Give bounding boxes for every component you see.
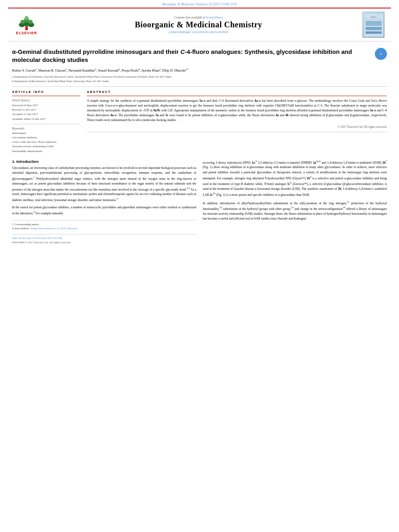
affiliations: a Department of Chemistry, Garware Resea… — [12, 75, 387, 83]
title-text-part1: α-Geminal disubstituted pyrrolidine imin… — [12, 48, 352, 63]
journal-title: Bioorganic & Medicinal Chemistry — [39, 20, 358, 29]
keywords-heading: Keywords: — [12, 127, 80, 130]
article-title: α-Geminal disubstituted pyrrolidine imin… — [12, 48, 371, 64]
affiliation-a: a Department of Chemistry, Garware Resea… — [12, 75, 387, 79]
svg-text:B&MC: B&MC — [370, 16, 377, 18]
article-title-section: α-Geminal disubstituted pyrrolidine imin… — [12, 48, 387, 64]
abstract-block: A simple strategy for the synthesis of α… — [87, 96, 387, 132]
crossmark-icon: ✓ — [380, 52, 383, 56]
keyword-3: Corey–Link and Jocic–Reeve approach — [12, 140, 80, 144]
elsevier-tree-icon — [14, 15, 39, 31]
email-footnote: E-mail address: ddd@chem.unipune.ac.in (… — [12, 226, 196, 231]
keywords-block: Keywords: Iminosugars Glycosidase inhibi… — [12, 127, 80, 154]
article-area: α-Geminal disubstituted pyrrolidine imin… — [0, 41, 399, 248]
abstract-column: ABSTRACT A simple strategy for the synth… — [87, 90, 387, 154]
right-paragraph-2: In addition, introduction of alkyl/hydro… — [203, 200, 387, 222]
bottom-copyright: 0968-0896/© 2017 Elsevier Ltd. All right… — [12, 241, 196, 244]
sciencedirect-line: Contents lists available at ScienceDirec… — [39, 16, 358, 19]
keyword-5: Nucleophilic displacement — [12, 149, 80, 154]
article-info-heading: ARTICLE INFO — [12, 90, 80, 94]
affiliation-b: b Department of Biochemistry, Savitribai… — [12, 79, 387, 84]
abstract-heading: ABSTRACT — [87, 90, 387, 94]
top-journal-line: Bioorganic & Medicinal Chemistry 25 (201… — [0, 0, 399, 8]
svg-point-7 — [25, 16, 29, 20]
elsevier-logo-area: ELSEVIER — [14, 15, 39, 35]
journal-center-info: Contents lists available at ScienceDirec… — [39, 16, 358, 34]
received-date: Received 24 May 2017 — [12, 103, 80, 108]
sciencedirect-link[interactable]: ScienceDirect — [206, 16, 223, 19]
article-info-column: ARTICLE INFO Article history: Received 2… — [12, 90, 80, 154]
info-abstract-columns: ARTICLE INFO Article history: Received 2… — [12, 90, 387, 154]
svg-point-5 — [21, 20, 25, 24]
journal-header: ELSEVIER Contents lists available at Sci… — [8, 8, 391, 41]
doi-link[interactable]: http://dx.doi.org/10.1016/j.bmc.2017.07.… — [12, 236, 196, 240]
page-wrapper: Bioorganic & Medicinal Chemistry 25 (201… — [0, 0, 399, 532]
keyword-1: Iminosugars — [12, 131, 80, 136]
journal-cover-image: B&MC — [364, 13, 384, 37]
authors-line: Kishor S. Gavalea, Shrawan R. Chavana, N… — [12, 68, 387, 73]
intro-paragraph-1: Glycosidases, an interesting class of ca… — [12, 166, 196, 203]
svg-point-6 — [28, 20, 33, 24]
available-date: Available online 14 July 2017 — [12, 117, 80, 121]
abstract-text: A simple strategy for the synthesis of α… — [87, 99, 387, 123]
bottom-doi-area: http://dx.doi.org/10.1016/j.bmc.2017.07.… — [12, 234, 196, 244]
divider-1 — [12, 86, 387, 87]
right-paragraph-1: occurring 1-deoxy nojirimycin (DNJ) 1a,6… — [203, 159, 387, 197]
svg-rect-12 — [366, 21, 382, 26]
journal-thumbnail: B&MC — [362, 12, 385, 38]
article-info-block: Article history: Received 24 May 2017 Re… — [12, 96, 80, 124]
copyright-line: © 2017 Elsevier Ltd. All rights reserved… — [87, 125, 387, 129]
content-right-column: occurring 1-deoxy nojirimycin (DNJ) 1a,6… — [203, 159, 387, 244]
intro-paragraph-2: In the search for potent glycosidase inh… — [12, 205, 196, 216]
footnotes-area: * Corresponding author. E-mail address: … — [12, 220, 196, 231]
svg-rect-0 — [25, 26, 28, 30]
main-content-area: 1. Introduction Glycosidases, an interes… — [12, 159, 387, 244]
journal-homepage: journal homepage: www.elsevier.com/locat… — [39, 30, 358, 34]
introduction-heading: 1. Introduction — [12, 159, 196, 164]
svg-rect-14 — [366, 31, 382, 34]
keyword-4: Structure activity relationship (SAR) — [12, 144, 80, 149]
keyword-2: Glycosidase inhibitors — [12, 136, 80, 140]
journal-citation: Bioorganic & Medicinal Chemistry 25 (201… — [162, 2, 237, 6]
corresponding-author-note: * Corresponding author. — [12, 222, 196, 227]
revised-date: Revised 12 July 2017 — [12, 108, 80, 112]
crossmark-badge[interactable]: ✓ — [375, 48, 387, 60]
svg-rect-13 — [366, 27, 382, 30]
accepted-date: Accepted 12 July 2017 — [12, 112, 80, 117]
content-left-column: 1. Introduction Glycosidases, an interes… — [12, 159, 196, 244]
elsevier-wordmark: ELSEVIER — [16, 31, 37, 35]
history-heading: Article history: — [12, 99, 80, 102]
